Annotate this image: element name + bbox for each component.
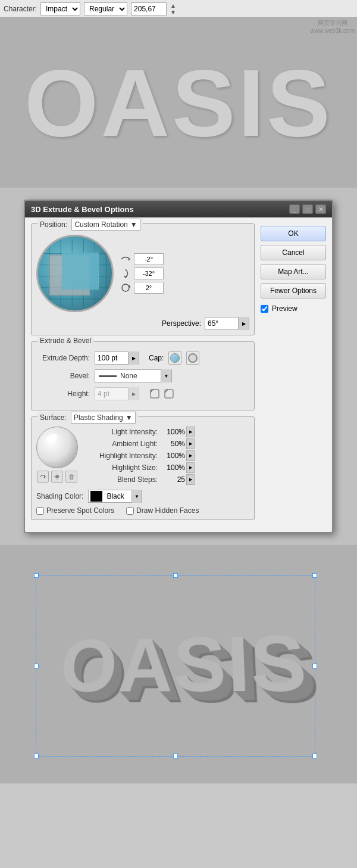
highlight-size-input-box: 100% ▶ [161,462,195,473]
highlight-intensity-arrow[interactable]: ▶ [186,450,195,461]
extrude-depth-arrow[interactable]: ▶ [128,351,139,365]
sphere-ctrl-delete[interactable]: 🗑 [65,471,77,483]
height-combo[interactable]: ▶ [95,387,139,400]
ambient-light-row: Ambient Light: 50% ▶ [84,438,249,449]
titlebar-buttons: _ □ ✕ [289,204,326,214]
watermark: 网页学习网 www.web3k.com [311,19,355,35]
font-family-select[interactable]: Impact [40,2,80,15]
bevel-value-text: None [120,372,161,380]
dialog: 3D Extrude & Bevel Options _ □ ✕ Positio… [24,200,333,533]
bevel-dropdown-arrow[interactable]: ▼ [161,369,171,382]
height-arrow[interactable]: ▶ [128,387,139,400]
cap-filled-button[interactable] [168,351,181,365]
handle-br[interactable] [312,754,317,758]
preserve-spot-colors-checkbox[interactable] [36,507,44,515]
font-size-arrow[interactable]: ▲▼ [170,2,176,15]
color-dropdown-arrow[interactable]: ▼ [131,490,141,503]
draw-hidden-faces-label: Draw Hidden Faces [136,506,199,515]
light-intensity-row: Light Intensity: 100% ▶ [84,427,249,437]
rotation-x-input[interactable]: -2° [134,253,164,265]
handle-bl[interactable] [34,754,39,758]
surface-dropdown[interactable]: Plastic Shading ▼ [71,412,136,424]
watermark-line1: 网页学习网 [311,19,355,27]
handle-tl[interactable] [34,573,39,578]
sphere-ctrl-light[interactable] [51,471,63,483]
light-intensity-label: Light Intensity: [84,428,161,436]
height-label: Height: [36,390,90,398]
draw-hidden-faces-checkbox[interactable] [126,507,134,515]
surface-content: 🗑 Light Intensity: 100% ▶ [36,427,249,486]
cap-circle-filled [170,353,180,363]
handle-tc[interactable] [173,573,178,578]
bevel-style-2-icon[interactable] [163,388,175,400]
highlight-size-arrow[interactable]: ▶ [186,462,195,473]
extrude-depth-input[interactable] [95,353,128,363]
cancel-button[interactable]: Cancel [261,245,326,260]
rotation-z-row: 2° [120,282,164,294]
height-row: Height: ▶ [36,387,249,400]
handle-tr[interactable] [312,573,317,578]
preview-row: Preview [261,304,326,313]
rotation-z-icon [120,282,131,294]
highlight-intensity-value: 100% [161,452,185,460]
sphere-ctrl-rotate[interactable] [37,471,49,483]
bevel-style-1-icon[interactable] [149,388,161,400]
oasis-3d-text: OASIS [58,618,311,710]
font-style-select[interactable]: Regular [84,2,127,15]
canvas-content: OASIS [0,545,357,783]
draw-hidden-faces-item: Draw Hidden Faces [126,506,199,515]
perspective-combo[interactable]: ▶ [205,317,249,330]
blend-steps-row: Blend Steps: 25 ▶ [84,474,249,485]
character-label: Character: [4,5,37,13]
map-art-button[interactable]: Map Art... [261,264,326,279]
color-swatch [90,491,102,502]
preserve-spot-colors-item: Preserve Spot Colors [36,506,114,515]
rotation-y-row: -32° [120,267,164,279]
globe-container: -2° -32° [36,235,249,312]
close-button[interactable]: ✕ [315,204,326,214]
preview-label: Preview [272,304,298,313]
bevel-select[interactable]: None ▼ [95,369,172,382]
blend-steps-label: Blend Steps: [84,475,161,484]
position-dropdown[interactable]: Custom Rotation ▼ [71,219,140,231]
minimize-button[interactable]: _ [289,204,300,214]
blend-steps-arrow[interactable]: ▶ [186,474,195,485]
extrude-depth-combo[interactable]: ▶ [95,351,139,365]
position-section-label: Position: Custom Rotation ▼ [37,219,143,231]
surface-section-label: Surface: Plastic Shading ▼ [37,412,138,424]
shading-color-select[interactable]: Black ▼ [88,490,142,503]
surface-dropdown-arrow: ▼ [126,413,133,422]
sphere-highlight [45,432,59,445]
surface-values: Light Intensity: 100% ▶ Ambient Light: 5… [84,427,249,486]
handle-mr[interactable] [312,664,317,668]
shading-color-label: Shading Color: [36,492,83,500]
perspective-row: Perspective: ▶ [36,317,249,330]
checkboxes-row: Preserve Spot Colors Draw Hidden Faces [36,506,249,515]
surface-section: Surface: Plastic Shading ▼ [31,416,255,520]
cap-circle-empty [188,353,198,363]
sphere-controls: 🗑 [37,471,77,483]
shading-color-row: Shading Color: Black ▼ [36,490,249,503]
cap-empty-button[interactable] [186,351,199,365]
rotation-z-input[interactable]: 2° [134,282,164,294]
ok-button[interactable]: OK [261,226,326,241]
toolbar: Character: Impact Regular ▲▼ [0,0,357,18]
handle-ml[interactable] [34,664,39,668]
rotation-inputs: -2° -32° [120,253,164,294]
highlight-intensity-label: Highlight Intensity: [84,452,161,460]
highlight-intensity-row: Highlight Intensity: 100% ▶ [84,450,249,461]
handle-bc[interactable] [173,754,178,758]
perspective-input[interactable] [205,319,238,328]
preview-checkbox[interactable] [261,305,268,313]
ambient-light-arrow[interactable]: ▶ [186,438,195,449]
maximize-button[interactable]: □ [302,204,313,214]
perspective-arrow[interactable]: ▶ [238,317,249,330]
blend-steps-input-box: 25 ▶ [161,474,195,485]
font-size-input[interactable] [131,2,167,15]
rotation-y-input[interactable]: -32° [134,267,164,279]
position-section: Position: Custom Rotation ▼ [31,223,255,335]
light-intensity-arrow[interactable]: ▶ [186,427,195,437]
light-intensity-input-box: 100% ▶ [161,427,195,437]
fewer-options-button[interactable]: Fewer Options [261,283,326,298]
height-input[interactable] [95,389,128,399]
